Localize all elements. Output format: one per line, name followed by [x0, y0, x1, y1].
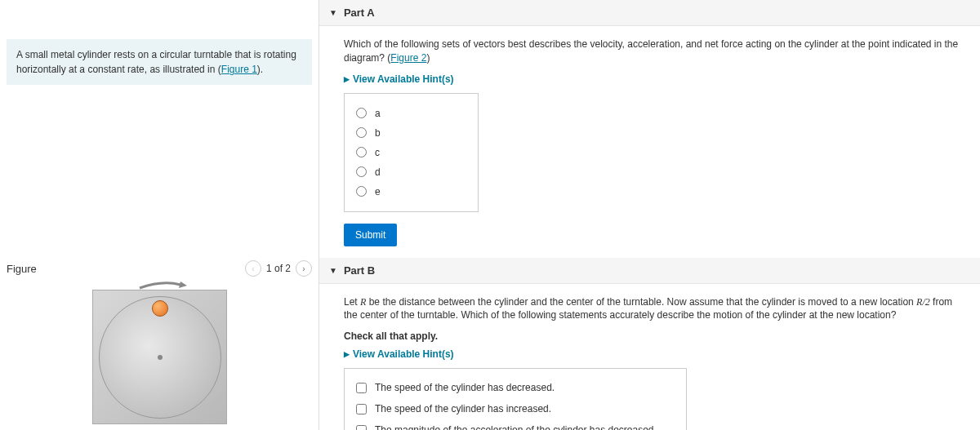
part-a-q-before: Which of the following sets of vectors b… [344, 38, 958, 64]
figure-section: Figure ‹ 1 of 2 › [0, 260, 318, 424]
part-b-body: Let R be the distance between the cylind… [319, 284, 980, 430]
cylinder-icon [152, 300, 168, 317]
part-a-options: a b c d e [344, 93, 479, 212]
radio-d[interactable] [356, 166, 367, 177]
radio-e[interactable] [356, 186, 367, 197]
part-b-header[interactable]: ▼ Part B [319, 258, 980, 284]
intro-text-after: ). [257, 64, 263, 75]
part-a-submit-button[interactable]: Submit [344, 224, 397, 246]
checkbox-2[interactable] [356, 404, 367, 414]
figure-title: Figure [7, 263, 37, 275]
part-a-hints-label: View Available Hint(s) [353, 73, 454, 85]
part-b-hints-toggle[interactable]: ▶ View Available Hint(s) [344, 348, 964, 360]
option-e-label: e [375, 186, 381, 197]
option-a-label: a [375, 108, 381, 119]
part-a-hints-toggle[interactable]: ▶ View Available Hint(s) [344, 73, 964, 85]
part-b-title: Part B [344, 264, 375, 277]
figure-page-label: 1 of 2 [266, 263, 291, 274]
part-a-header[interactable]: ▼ Part A [319, 0, 980, 26]
option-d-label: d [375, 166, 381, 178]
check-option-2[interactable]: The speed of the cylinder has increased. [356, 398, 675, 419]
checkbox-3[interactable] [356, 425, 367, 430]
part-a-title: Part A [344, 7, 375, 19]
option-b[interactable]: b [356, 123, 466, 143]
part-a-q-after: ) [426, 52, 430, 64]
option-c-label: c [375, 147, 380, 158]
figure-1-link[interactable]: Figure 1 [221, 64, 257, 75]
part-a-question: Which of the following sets of vectors b… [344, 38, 964, 65]
checkbox-1[interactable] [356, 383, 367, 393]
option-e[interactable]: e [356, 182, 466, 202]
check-label-2: The speed of the cylinder has increased. [375, 403, 551, 414]
option-c[interactable]: c [356, 143, 466, 162]
part-b-var-r2: R/2 [916, 296, 930, 308]
center-dot-icon [158, 355, 163, 360]
part-b-question: Let R be the distance between the cylind… [344, 295, 964, 323]
figure-prev-button[interactable]: ‹ [245, 260, 261, 277]
part-b-q-seg1: Let [344, 296, 360, 308]
caret-down-icon: ▼ [329, 266, 337, 275]
caret-right-icon: ▶ [344, 75, 350, 83]
radio-a[interactable] [356, 108, 367, 118]
rotation-arrow-icon [138, 280, 187, 290]
option-b-label: b [375, 127, 381, 139]
problem-intro: A small metal cylinder rests on a circul… [7, 39, 312, 85]
caret-down-icon: ▼ [329, 8, 337, 17]
option-a[interactable]: a [356, 104, 466, 123]
part-b-instruction: Check all that apply. [344, 330, 964, 342]
caret-right-icon: ▶ [344, 350, 350, 358]
check-option-1[interactable]: The speed of the cylinder has decreased. [356, 377, 675, 398]
svg-marker-0 [179, 281, 187, 288]
part-b-options: The speed of the cylinder has decreased.… [344, 368, 687, 430]
part-a-body: Which of the following sets of vectors b… [319, 26, 980, 258]
figure-2-link[interactable]: Figure 2 [390, 52, 426, 64]
radio-c[interactable] [356, 147, 367, 157]
check-label-1: The speed of the cylinder has decreased. [375, 382, 555, 393]
part-b-hints-label: View Available Hint(s) [353, 348, 454, 360]
check-option-3[interactable]: The magnitude of the acceleration of the… [356, 419, 675, 430]
part-b-q-seg2: be the distance between the cylinder and… [366, 296, 916, 308]
figure-pagination: ‹ 1 of 2 › [245, 260, 312, 277]
figure-next-button[interactable]: › [296, 260, 312, 277]
check-label-3: The magnitude of the acceleration of the… [375, 424, 657, 430]
radio-b[interactable] [356, 127, 367, 138]
figure-image [92, 290, 227, 424]
option-d[interactable]: d [356, 162, 466, 182]
